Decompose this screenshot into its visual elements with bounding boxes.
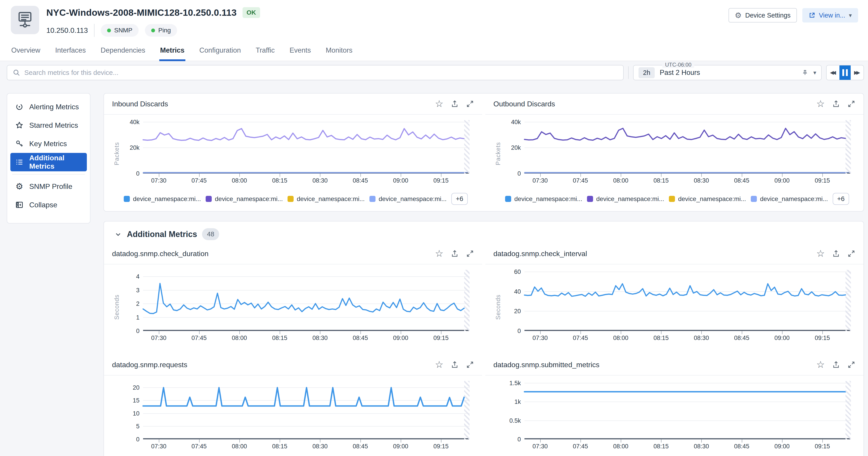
device-settings-button[interactable]: ⚙ Device Settings [728, 8, 797, 23]
x-tick-mark [320, 173, 320, 177]
x-axis-ticks: 07:3007:4508:0008:1508:3008:4509:0009:15 [143, 443, 469, 453]
x-tick-label: 07:45 [191, 443, 207, 450]
gear-icon: ⚙ [735, 11, 742, 19]
check-interval-panel: datadog.snmp.check_interval ☆ Seconds 60… [485, 243, 864, 345]
x-tick-label: 09:00 [774, 334, 790, 341]
time-range-selector[interactable]: UTC-06:00 2h Past 2 Hours ▾ [633, 65, 822, 80]
sidebar-item-key-metrics[interactable]: Key Metrics [10, 134, 87, 153]
y-tick-label: 20 [514, 308, 521, 315]
sidebar-item-additional-metrics[interactable]: Additional Metrics [10, 153, 87, 171]
export-icon[interactable] [832, 250, 840, 258]
star-icon[interactable]: ☆ [816, 249, 825, 258]
expand-icon[interactable] [466, 100, 474, 108]
tab-traffic[interactable]: Traffic [255, 46, 275, 61]
x-tick-label: 09:15 [815, 334, 830, 341]
pause-button[interactable] [839, 65, 851, 80]
legend-label: device_namespace:mi... [596, 195, 664, 203]
chart-plot[interactable] [524, 120, 851, 173]
legend-item[interactable]: device_namespace:mi... [369, 195, 442, 203]
tab-monitors[interactable]: Monitors [325, 46, 353, 61]
x-tick-mark [159, 173, 159, 177]
additional-metrics-card: Additional Metrics 48 datadog.snmp.check… [103, 221, 864, 456]
view-in-button[interactable]: View in... ▾ [802, 8, 858, 23]
x-tick-mark [782, 331, 782, 334]
x-tick-label: 09:00 [393, 177, 408, 184]
export-icon[interactable] [451, 361, 459, 369]
expand-icon[interactable] [847, 100, 856, 108]
x-tick-label: 07:45 [573, 177, 588, 184]
legend-item[interactable]: device_namespace:mi... [124, 195, 197, 203]
legend-swatch [287, 196, 293, 202]
export-icon[interactable] [832, 100, 840, 108]
star-icon[interactable]: ☆ [435, 99, 443, 108]
x-tick-mark [822, 439, 823, 443]
forward-button[interactable]: ◀◀ [851, 65, 864, 80]
x-tick-label: 08:45 [353, 443, 368, 450]
chart-plot[interactable] [143, 381, 469, 439]
legend-item[interactable]: device_namespace:mi... [669, 195, 742, 203]
rewind-button[interactable]: ◀◀ [827, 65, 839, 80]
export-icon[interactable] [832, 361, 840, 369]
legend-more-button[interactable]: +6 [833, 193, 849, 205]
additional-metrics-header[interactable]: Additional Metrics 48 [104, 222, 864, 243]
chevron-down-icon[interactable]: ▾ [813, 69, 816, 76]
star-icon[interactable]: ☆ [816, 99, 825, 108]
search-box[interactable] [7, 65, 624, 80]
x-tick-label: 08:30 [694, 443, 709, 450]
outbound-discards-chart: Packets 40k20k0 07:3007:4508:0008:1508:3… [492, 120, 857, 187]
tab-events[interactable]: Events [289, 46, 312, 61]
chart-plot[interactable] [524, 381, 851, 439]
x-tick-mark [661, 331, 661, 334]
x-tick-mark [159, 439, 159, 443]
x-tick-label: 08:45 [734, 334, 749, 341]
sidebar-item-label: Starred Metrics [29, 121, 78, 130]
x-tick-mark [159, 331, 159, 334]
chart-line [143, 270, 469, 331]
export-icon[interactable] [451, 100, 459, 108]
y-tick-label: 5 [136, 423, 140, 430]
chart-line [524, 381, 851, 439]
page-title: NYC-Windows-2008-MIMIC128-10.250.0.113 [46, 7, 237, 18]
incomplete-data-hatch [464, 381, 469, 439]
inbound-discards-panel: Inbound Discards ☆ Packets 40k20k0 07: [104, 94, 482, 207]
legend-item[interactable]: device_namespace:mi... [206, 195, 279, 203]
pin-icon[interactable] [802, 69, 808, 76]
chart-title: datadog.snmp.submitted_metrics [493, 361, 599, 369]
expand-icon[interactable] [466, 361, 474, 369]
search-input[interactable] [24, 69, 618, 76]
export-icon[interactable] [451, 250, 459, 258]
star-icon[interactable]: ☆ [435, 249, 443, 258]
star-icon[interactable]: ☆ [816, 360, 825, 369]
chart-plot[interactable] [143, 120, 469, 173]
legend-item[interactable]: device_namespace:mi... [287, 195, 361, 203]
sidebar-item-starred-metrics[interactable]: Starred Metrics [10, 116, 87, 134]
x-tick-label: 08:15 [272, 177, 287, 184]
sidebar-item-alerting-metrics[interactable]: Alerting Metrics [10, 98, 87, 116]
legend-swatch [587, 196, 593, 202]
tab-metrics[interactable]: Metrics [159, 46, 186, 61]
chart-plot[interactable] [524, 270, 851, 331]
tab-dependencies[interactable]: Dependencies [100, 46, 146, 61]
legend-more-button[interactable]: +6 [451, 193, 468, 205]
x-tick-mark [441, 173, 441, 177]
x-tick-label: 08:45 [353, 177, 368, 184]
sidebar-item-snmp-profile[interactable]: ⚙ SNMP Profile [10, 177, 87, 196]
star-icon[interactable]: ☆ [435, 360, 443, 369]
sidebar-item-collapse[interactable]: Collapse [10, 196, 87, 214]
sidebar-item-label: Key Metrics [29, 140, 67, 148]
legend-item[interactable]: device_namespace:mi... [587, 195, 660, 203]
expand-icon[interactable] [466, 250, 474, 258]
snmp-status-dot [107, 29, 111, 32]
x-tick-mark [822, 173, 823, 177]
expand-icon[interactable] [847, 361, 856, 369]
chart-plot[interactable] [143, 270, 469, 331]
tab-interfaces[interactable]: Interfaces [54, 46, 87, 61]
tab-overview[interactable]: Overview [10, 46, 41, 61]
tab-configuration[interactable]: Configuration [198, 46, 242, 61]
legend-item[interactable]: device_namespace:mi... [751, 195, 824, 203]
incomplete-data-hatch [845, 120, 851, 173]
expand-icon[interactable] [847, 250, 856, 258]
chart-title: Outbound Discards [493, 100, 555, 108]
legend-item[interactable]: device_namespace:mi... [505, 195, 578, 203]
x-tick-mark [401, 331, 401, 334]
